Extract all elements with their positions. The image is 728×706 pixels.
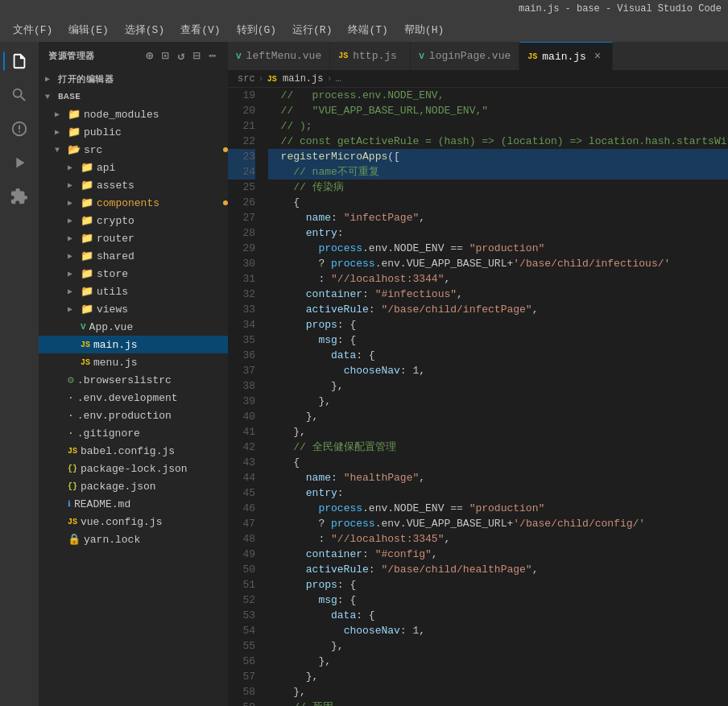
tree-item-main.js[interactable]: ▶ JS main.js: [39, 336, 228, 353]
search-activity-icon[interactable]: [3, 79, 35, 111]
breadcrumb-sep2: ›: [326, 73, 332, 85]
tab-close-button[interactable]: ×: [591, 50, 604, 63]
tree-item-assets[interactable]: ▶ 📁 assets: [39, 176, 228, 194]
git-activity-icon[interactable]: [3, 113, 35, 145]
code-line-46: entry:: [268, 485, 728, 501]
tree-item-api[interactable]: ▶ 📁 api: [39, 159, 228, 176]
menu-edit[interactable]: 编辑(E): [62, 19, 114, 40]
code-line-30: ? process.env.VUE_APP_BASE_URL+'/base/ch…: [268, 256, 728, 271]
tree-item-store[interactable]: ▶ 📁 store: [39, 265, 228, 283]
line-num: 25: [228, 180, 255, 195]
code-line-50: container: "#config",: [268, 547, 728, 562]
folder-icon: 📁: [68, 126, 81, 138]
code-line-56: },: [268, 638, 728, 654]
line-num: 29: [228, 241, 255, 256]
line-num: 56: [228, 654, 255, 669]
title-bar: main.js - base - Visual Studio Code: [0, 0, 728, 18]
folder-icon: 📁: [81, 161, 93, 174]
menu-file[interactable]: 文件(F): [6, 19, 59, 40]
refresh-icon[interactable]: ↺: [176, 47, 187, 65]
more-actions-icon[interactable]: ⋯: [207, 47, 218, 65]
line-num: 46: [228, 501, 255, 516]
code-line-59: },: [268, 684, 728, 700]
line-num: 33: [228, 302, 255, 317]
extensions-activity-icon[interactable]: [3, 180, 35, 213]
breadcrumb-dots[interactable]: …: [336, 73, 341, 85]
tree-label: router: [97, 233, 228, 245]
line-num: 59: [228, 700, 255, 706]
menu-select[interactable]: 选择(S): [118, 19, 171, 40]
menu-run[interactable]: 运行(R): [286, 19, 338, 40]
base-label: BASE: [58, 92, 81, 101]
line-num: 37: [228, 363, 255, 378]
tree-item-crypto[interactable]: ▶ 📁 crypto: [39, 212, 228, 229]
tab-loginPage[interactable]: V loginPage.vue: [411, 42, 519, 70]
menu-view[interactable]: 查看(V): [174, 19, 226, 40]
tab-label: http.js: [353, 50, 402, 62]
js-icon: JS: [68, 447, 77, 456]
tree-item-env-dev[interactable]: ▶ · .env.development: [39, 389, 228, 407]
tree-item-src[interactable]: ▼ 📂 src: [39, 141, 228, 159]
sidebar-header-icons: ⊕ ⊡ ↺ ⊟ ⋯: [144, 47, 218, 65]
tree-item-components[interactable]: ▶ 📁 components: [39, 194, 228, 212]
tree-label: .gitignore: [77, 427, 228, 440]
tab-http[interactable]: JS http.js: [330, 42, 411, 70]
code-line-34: props: {: [268, 317, 728, 332]
tree-item-node_modules[interactable]: ▶ 📁 node_modules: [39, 105, 228, 123]
line-num: 27: [228, 210, 255, 225]
tree-item-utils[interactable]: ▶ 📁 utils: [39, 283, 228, 300]
js-tab-icon: JS: [338, 52, 348, 60]
line-num: 42: [228, 440, 255, 455]
tree-item-readme[interactable]: ▶ ℹ README.md: [39, 495, 228, 513]
code-line-40: },: [268, 409, 728, 424]
tab-leftMenu[interactable]: V leftMenu.vue: [228, 42, 330, 70]
tree-label: package.json: [81, 481, 228, 493]
tree-label: .env.development: [77, 392, 228, 404]
tree-item-public[interactable]: ▶ 📁 public: [39, 123, 228, 141]
code-editor: 19 20 21 22 23 24 25 26 27 28 29 30 31 3…: [228, 88, 728, 706]
tree-item-views[interactable]: ▶ 📁 views: [39, 300, 228, 318]
tree-item-App.vue[interactable]: ▶ V App.vue: [39, 318, 228, 336]
line-num: 28: [228, 225, 255, 241]
debug-activity-icon[interactable]: [3, 147, 35, 179]
folder-icon: 📁: [81, 250, 93, 262]
open-editors-header[interactable]: ▶ 打开的编辑器: [39, 70, 228, 88]
line-num: 58: [228, 684, 255, 700]
folder-icon: 📁: [68, 108, 81, 121]
code-lines[interactable]: // process.env.NODE_ENV, // "VUE_APP_BAS…: [262, 88, 728, 706]
tree-item-vue-config[interactable]: ▶ JS vue.config.js: [39, 513, 228, 531]
breadcrumb-mainjs[interactable]: JS main.js: [267, 73, 324, 85]
breadcrumb-src[interactable]: src: [238, 73, 255, 85]
tree-label: App.vue: [89, 321, 228, 333]
tree-item-package-json[interactable]: ▶ {} package.json: [39, 477, 228, 495]
tree-item-package-lock[interactable]: ▶ {} package-lock.json: [39, 460, 228, 477]
code-line-53: msg: {: [268, 592, 728, 608]
line-num: 40: [228, 409, 255, 424]
code-line-55: chooseNav: 1,: [268, 623, 728, 638]
git-file-icon: ·: [68, 427, 74, 440]
line-num: 21: [228, 118, 255, 134]
tree-item-browserslistrc[interactable]: ▶ ⚙ .browserslistrc: [39, 371, 228, 389]
tree-item-babel[interactable]: ▶ JS babel.config.js: [39, 442, 228, 460]
tree-item-env-prod[interactable]: ▶ · .env.production: [39, 407, 228, 424]
editor-scroll-container[interactable]: 19 20 21 22 23 24 25 26 27 28 29 30 31 3…: [228, 88, 728, 706]
new-folder-icon[interactable]: ⊡: [160, 47, 172, 65]
tree-item-router[interactable]: ▶ 📁 router: [39, 229, 228, 247]
base-section-header[interactable]: ▼ BASE: [39, 88, 228, 105]
code-line-60: // 死因: [268, 700, 728, 706]
collapse-all-icon[interactable]: ⊟: [192, 47, 203, 65]
tree-item-menu.js[interactable]: ▶ JS menu.js: [39, 353, 228, 371]
menu-help[interactable]: 帮助(H): [398, 19, 450, 40]
folder-icon: 📁: [81, 214, 93, 227]
new-file-icon[interactable]: ⊕: [144, 47, 155, 65]
tree-item-yarn-lock[interactable]: ▶ 🔒 yarn.lock: [39, 531, 228, 548]
files-icon[interactable]: [3, 45, 35, 77]
folder-icon: 📁: [81, 267, 93, 280]
sidebar-title: 资源管理器: [48, 50, 95, 62]
tree-item-gitignore[interactable]: ▶ · .gitignore: [39, 424, 228, 442]
tree-item-shared[interactable]: ▶ 📁 shared: [39, 247, 228, 265]
tab-main-js[interactable]: JS main.js ×: [519, 42, 613, 70]
menu-goto[interactable]: 转到(G): [230, 19, 283, 40]
menu-terminal[interactable]: 终端(T): [341, 19, 394, 40]
code-line-57: },: [268, 654, 728, 669]
